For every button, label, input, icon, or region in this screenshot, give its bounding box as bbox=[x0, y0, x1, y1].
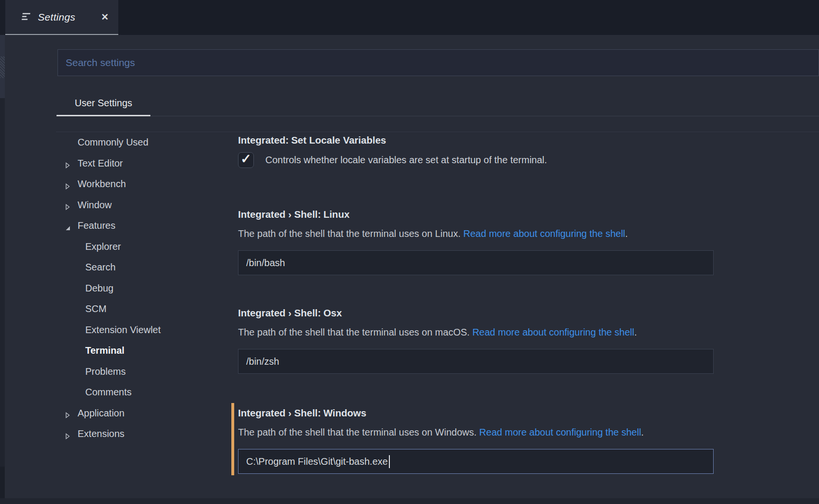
setting-shell-linux: Integrated › Shell:Linux The path of the… bbox=[238, 209, 803, 220]
tab-title: Settings bbox=[38, 11, 75, 23]
tree-item-label: Commonly Used bbox=[56, 137, 148, 148]
tree-item-extension-viewlet[interactable]: Extension Viewlet bbox=[56, 320, 238, 341]
tree-item-debug[interactable]: Debug bbox=[56, 278, 238, 299]
tree-item-label: Debug bbox=[56, 283, 114, 294]
setting-description: The path of the shell that the terminal … bbox=[238, 427, 644, 438]
tree-item-window[interactable]: Window bbox=[56, 195, 238, 216]
tree-item-label: Terminal bbox=[56, 345, 125, 356]
chevron-right-icon bbox=[65, 431, 71, 437]
left-edge-hatch bbox=[0, 56, 5, 78]
setting-title: Windows bbox=[323, 407, 366, 418]
tree-item-label: Window bbox=[56, 200, 112, 211]
description-text: The path of the shell that the terminal … bbox=[238, 327, 470, 337]
shell-osx-input[interactable] bbox=[238, 349, 714, 374]
setting-title: Osx bbox=[323, 307, 342, 318]
tree-item-label: Comments bbox=[56, 387, 132, 398]
read-more-link[interactable]: Read more about configuring the shell bbox=[463, 228, 625, 239]
setting-heading: Integrated › Shell:Osx bbox=[238, 307, 803, 319]
setting-category: Integrated › Shell: bbox=[238, 407, 321, 418]
settings-tree: Commonly UsedText EditorWorkbenchWindowF… bbox=[56, 132, 238, 445]
setting-category: Integrated: bbox=[238, 134, 289, 146]
description-text: The path of the shell that the terminal … bbox=[238, 228, 461, 239]
chevron-right-icon bbox=[65, 160, 71, 166]
scope-tab-label: User Settings bbox=[75, 98, 132, 109]
left-edge-strip bbox=[0, 0, 5, 504]
search-input[interactable] bbox=[57, 49, 819, 76]
description-suffix: . bbox=[625, 228, 628, 239]
tree-item-scm[interactable]: SCM bbox=[56, 299, 238, 320]
tree-item-label: Problems bbox=[56, 366, 125, 377]
chevron-right-icon bbox=[65, 181, 71, 187]
tree-item-search[interactable]: Search bbox=[56, 257, 238, 278]
setting-shell-osx: Integrated › Shell:Osx The path of the s… bbox=[238, 307, 803, 319]
chevron-expanded-icon bbox=[65, 223, 71, 229]
tree-item-features[interactable]: Features bbox=[56, 215, 238, 236]
setting-set-locale-variables: Integrated:Set Locale Variables ✓ Contro… bbox=[238, 134, 803, 146]
tree-item-workbench[interactable]: Workbench bbox=[56, 174, 238, 195]
close-icon[interactable]: ✕ bbox=[101, 12, 109, 22]
read-more-link[interactable]: Read more about configuring the shell bbox=[479, 427, 641, 437]
editor-tab-bar: Settings ✕ bbox=[5, 0, 819, 35]
tree-item-commonly-used[interactable]: Commonly Used bbox=[56, 132, 238, 153]
bottom-strip bbox=[0, 498, 819, 504]
read-more-link[interactable]: Read more about configuring the shell bbox=[472, 327, 634, 337]
setting-shell-windows: Integrated › Shell:Windows The path of t… bbox=[238, 407, 803, 419]
modified-indicator-bar bbox=[231, 403, 234, 475]
set-locale-variables-checkbox[interactable]: ✓ bbox=[238, 152, 254, 168]
setting-category: Integrated › Shell: bbox=[238, 307, 321, 318]
tree-item-label: SCM bbox=[56, 303, 106, 314]
setting-description: Controls whether locale variables are se… bbox=[265, 155, 547, 166]
tab-user-settings[interactable]: User Settings bbox=[57, 91, 150, 116]
input-value: C:\Program Files\Git\git-bash.exe bbox=[246, 456, 388, 467]
setting-heading: Integrated › Shell:Linux bbox=[238, 209, 803, 220]
tree-item-explorer[interactable]: Explorer bbox=[56, 236, 238, 258]
setting-title: Set Locale Variables bbox=[291, 134, 386, 146]
setting-description: The path of the shell that the terminal … bbox=[238, 327, 637, 338]
description-suffix: . bbox=[634, 327, 637, 337]
settings-editor-icon bbox=[21, 12, 32, 22]
tree-item-extensions[interactable]: Extensions bbox=[56, 424, 238, 445]
description-suffix: . bbox=[641, 427, 644, 437]
checkmark-icon: ✓ bbox=[240, 153, 251, 166]
shell-windows-input[interactable]: C:\Program Files\Git\git-bash.exe bbox=[238, 449, 714, 474]
chevron-right-icon bbox=[65, 410, 71, 416]
tree-item-terminal[interactable]: Terminal bbox=[56, 340, 238, 361]
shell-linux-input[interactable] bbox=[238, 250, 714, 275]
setting-description: The path of the shell that the terminal … bbox=[238, 228, 628, 239]
tree-item-problems[interactable]: Problems bbox=[56, 361, 238, 382]
tree-item-application[interactable]: Application bbox=[56, 403, 238, 424]
text-cursor bbox=[389, 455, 390, 468]
setting-title: Linux bbox=[323, 209, 350, 220]
tree-item-label: Search bbox=[56, 262, 115, 273]
description-text: The path of the shell that the terminal … bbox=[238, 427, 477, 437]
tree-item-text-editor[interactable]: Text Editor bbox=[56, 153, 238, 174]
tab-settings[interactable]: Settings ✕ bbox=[5, 0, 118, 35]
setting-heading: Integrated:Set Locale Variables bbox=[238, 134, 803, 146]
setting-category: Integrated › Shell: bbox=[238, 209, 321, 220]
chevron-right-icon bbox=[65, 202, 71, 208]
settings-editor-window: Settings ✕ User Settings Commonly UsedTe… bbox=[0, 0, 819, 504]
scope-tab-divider bbox=[57, 116, 819, 116]
left-edge-top bbox=[0, 0, 5, 35]
checkbox-row: ✓ Controls whether locale variables are … bbox=[238, 152, 547, 168]
tree-item-label: Extension Viewlet bbox=[56, 325, 161, 336]
tree-item-label: Explorer bbox=[56, 241, 121, 252]
setting-heading: Integrated › Shell:Windows bbox=[238, 407, 803, 419]
tree-item-comments[interactable]: Comments bbox=[56, 382, 238, 403]
